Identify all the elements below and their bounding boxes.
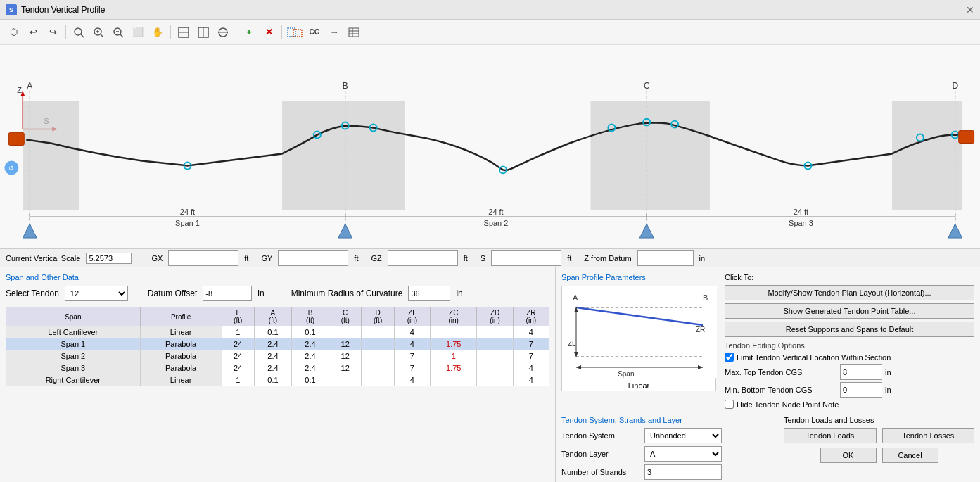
- gy-input[interactable]: [278, 250, 348, 266]
- cell-d: [362, 338, 394, 350]
- profile-svg: A B ZL ZR: [562, 286, 717, 378]
- toolbar-redo[interactable]: ↪: [44, 23, 62, 42]
- datum-offset-unit: in: [257, 288, 264, 298]
- canvas-area[interactable]: Z S A B C D: [0, 45, 980, 249]
- ts-system-select[interactable]: Unbonded Bonded: [644, 428, 722, 443]
- min-radius-input[interactable]: [408, 286, 450, 301]
- toolbar-new[interactable]: ⬡: [4, 23, 23, 42]
- col-zl: ZL(in): [394, 307, 430, 326]
- toolbar-select3[interactable]: [214, 23, 232, 42]
- limit-location-checkbox[interactable]: [725, 353, 734, 362]
- cell-zd: [477, 326, 513, 338]
- min-bottom-input[interactable]: [840, 382, 882, 398]
- max-top-input[interactable]: [840, 364, 882, 380]
- table-row[interactable]: Left CantileverLinear10.10.144: [6, 326, 549, 338]
- click-to-title: Click To:: [725, 273, 974, 281]
- cell-zr: 4: [513, 326, 549, 338]
- toolbar-red-x[interactable]: ✕: [260, 23, 278, 42]
- zdatum-input[interactable]: [637, 250, 694, 266]
- cell-a: 2.4: [254, 338, 291, 350]
- tendon-system-left: Tendon System, Strands and Layer Tendon …: [561, 416, 772, 482]
- toolbar-select2[interactable]: [194, 23, 212, 42]
- svg-text:Span 2: Span 2: [484, 219, 509, 227]
- toolbar-zoom-in[interactable]: [89, 23, 108, 42]
- table-row[interactable]: Span 1Parabola242.42.41241.757: [6, 338, 549, 350]
- title-bar: S Tendon Vertical Profile ✕: [0, 0, 980, 20]
- cell-l: 1: [222, 326, 254, 338]
- toolbar-rect-select[interactable]: [286, 23, 304, 42]
- form-row-tendon: Select Tendon 12 Datum Offset in Minimum…: [6, 286, 549, 301]
- col-profile: Profile: [140, 307, 222, 326]
- window-title: Tendon Vertical Profile: [21, 5, 105, 15]
- ts-strands-row: Number of Strands: [561, 464, 772, 480]
- sep4: [281, 25, 282, 39]
- cell-profile: Parabola: [140, 362, 222, 374]
- toolbar-table[interactable]: [345, 23, 363, 42]
- tendon-editing-title: Tendon Editing Options: [725, 341, 974, 350]
- cell-span: Span 2: [6, 350, 141, 362]
- gz-input[interactable]: [388, 250, 458, 266]
- scale-value[interactable]: [86, 253, 132, 264]
- tendon-losses-button[interactable]: Tendon Losses: [882, 428, 975, 443]
- toolbar-undo[interactable]: ↩: [24, 23, 42, 42]
- datum-offset-input[interactable]: [203, 286, 252, 301]
- hide-node-row: Hide Tendon Node Point Note: [725, 400, 974, 409]
- tendon-loads-button[interactable]: Tendon Loads: [784, 428, 877, 443]
- ts-strands-input[interactable]: [644, 464, 722, 480]
- show-table-button[interactable]: Show Generated Tendon Point Table...: [725, 303, 974, 319]
- table-row[interactable]: Span 3Parabola242.42.41271.754: [6, 362, 549, 374]
- cell-d: [362, 374, 394, 386]
- gx-input[interactable]: [168, 250, 238, 266]
- s-input[interactable]: [491, 250, 561, 266]
- cell-a: 2.4: [254, 362, 291, 374]
- gx-label: GX: [151, 254, 163, 262]
- cancel-button[interactable]: Cancel: [882, 448, 938, 463]
- gy-label: GY: [261, 254, 272, 262]
- cell-zd: [477, 374, 513, 386]
- cell-c: 12: [329, 362, 362, 374]
- svg-line-5: [101, 34, 103, 37]
- toolbar-pan[interactable]: ✋: [148, 23, 167, 42]
- cell-zc: 1.75: [431, 362, 477, 374]
- cell-b: 0.1: [291, 326, 329, 338]
- cell-zr: 4: [513, 362, 549, 374]
- svg-text:A: A: [27, 81, 32, 91]
- cell-c: [329, 326, 362, 338]
- toolbar-zoom-out[interactable]: [109, 23, 127, 42]
- col-c: C(ft): [329, 307, 362, 326]
- main-content: Span and Other Data Select Tendon 12 Dat…: [0, 267, 980, 482]
- cell-zc: [431, 374, 477, 386]
- toolbar-cg[interactable]: CG: [305, 23, 324, 42]
- ts-layer-select[interactable]: A B C: [644, 446, 722, 462]
- min-radius-unit: in: [456, 288, 462, 298]
- gz-unit: ft: [464, 254, 468, 262]
- table-row[interactable]: Right CantileverLinear10.10.144: [6, 374, 549, 386]
- toolbar-arrow[interactable]: →: [325, 23, 343, 42]
- ok-button[interactable]: OK: [820, 448, 877, 463]
- toolbar-green-plus[interactable]: +: [240, 23, 258, 42]
- cell-span: Span 1: [6, 338, 141, 350]
- hide-node-label: Hide Tendon Node Point Note: [737, 400, 839, 409]
- col-span: Span: [6, 307, 141, 326]
- table-row[interactable]: Span 2Parabola242.42.412717: [6, 350, 549, 362]
- svg-text:ZR: ZR: [696, 326, 705, 334]
- col-b: B(ft): [291, 307, 329, 326]
- tendon-system-title: Tendon System, Strands and Layer: [561, 416, 772, 424]
- toolbar-zoom-window[interactable]: ⬜: [129, 23, 147, 42]
- loads-losses-title: Tendon Loads and Losses: [784, 416, 974, 424]
- close-button[interactable]: ✕: [966, 4, 974, 15]
- modify-plan-button[interactable]: Modify/Show Tendon Plan Layout (Horizont…: [725, 285, 974, 300]
- datum-offset-label: Datum Offset: [148, 288, 197, 298]
- svg-text:C: C: [644, 81, 650, 91]
- cell-b: 0.1: [291, 374, 329, 386]
- col-l: L(ft): [222, 307, 254, 326]
- select-tendon-dropdown[interactable]: 12: [65, 286, 128, 301]
- toolbar-zoom-fit[interactable]: [70, 23, 88, 42]
- reset-supports-button[interactable]: Reset Supports and Spans to Default: [725, 322, 974, 337]
- cell-zc: 1.75: [431, 338, 477, 350]
- hide-node-checkbox[interactable]: [725, 400, 734, 409]
- svg-text:Span L: Span L: [618, 370, 640, 378]
- toolbar-select1[interactable]: [174, 23, 193, 42]
- cell-zr: 4: [513, 374, 549, 386]
- svg-text:D: D: [952, 81, 958, 91]
